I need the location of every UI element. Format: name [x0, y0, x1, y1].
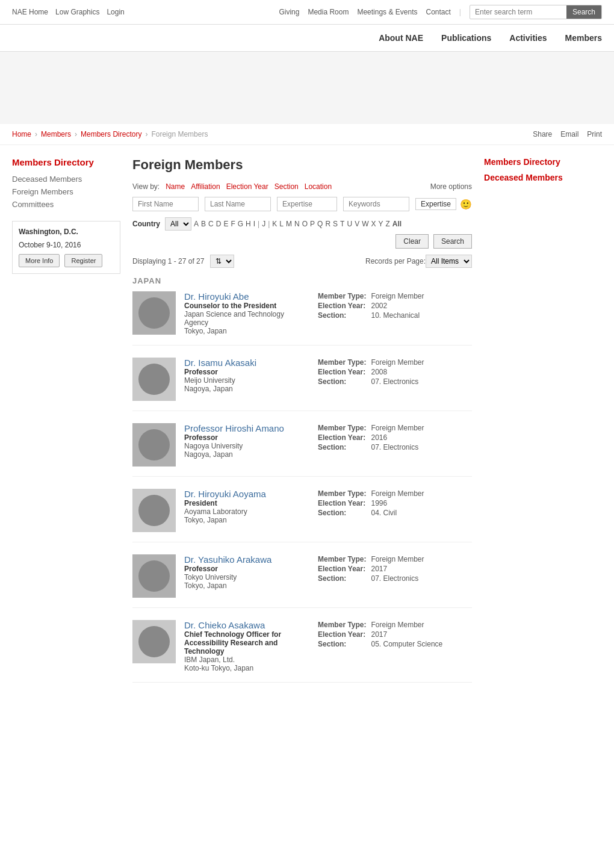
- member-info: Dr. Isamu AkasakiProfessorMeijo Universi…: [184, 358, 307, 401]
- alpha-r[interactable]: R: [325, 220, 330, 228]
- giving-link[interactable]: Giving: [279, 8, 299, 16]
- login-link[interactable]: Login: [107, 8, 124, 16]
- viewby-election-year[interactable]: Election Year: [226, 182, 268, 191]
- media-room-link[interactable]: Media Room: [308, 8, 349, 16]
- member-org: Tokyo University: [184, 573, 307, 581]
- page-select[interactable]: ⇅: [210, 255, 234, 268]
- alpha-u[interactable]: U: [347, 220, 352, 228]
- country-group: JAPAN Dr. Hiroyuki AbeCounselor to the P…: [132, 276, 472, 683]
- clear-button[interactable]: Clear: [395, 234, 429, 249]
- breadcrumb-home[interactable]: Home: [12, 130, 31, 138]
- search-button[interactable]: Search: [566, 5, 601, 19]
- member-title: President: [184, 499, 307, 507]
- alpha-f[interactable]: F: [231, 220, 235, 228]
- alpha-l[interactable]: L: [279, 220, 284, 228]
- alpha-i[interactable]: I: [253, 220, 255, 228]
- breadcrumb-members-directory[interactable]: Members Directory: [81, 130, 141, 138]
- member-org: Nagoya University: [184, 442, 307, 450]
- search-input[interactable]: [470, 6, 566, 18]
- member-name-link[interactable]: Dr. Isamu Akasaki: [184, 358, 256, 368]
- filter-row: Expertise 🙂: [132, 197, 472, 211]
- alpha-h[interactable]: H: [246, 220, 251, 228]
- alpha-n[interactable]: N: [294, 220, 300, 228]
- member-name-link[interactable]: Dr. Hiroyuki Abe: [184, 291, 249, 302]
- print-link[interactable]: Print: [587, 130, 602, 138]
- sidebar-committees[interactable]: Committees: [12, 200, 120, 209]
- member-name-link[interactable]: Dr. Yasuhiko Arakawa: [184, 554, 271, 565]
- member-title: Chief Technology Officer for Accessibili…: [184, 630, 307, 656]
- alpha-d[interactable]: D: [216, 220, 222, 228]
- alpha-s[interactable]: S: [333, 220, 338, 228]
- viewby-section[interactable]: Section: [274, 182, 299, 191]
- right-sidebar-subtitle: Deceased Members: [484, 173, 604, 182]
- alpha-x[interactable]: X: [371, 220, 376, 228]
- member-org: Aoyama Laboratory: [184, 507, 307, 516]
- hero-image: [0, 52, 614, 124]
- share-link[interactable]: Share: [533, 130, 552, 138]
- breadcrumb: Home › Members › Members Directory › For…: [0, 124, 614, 145]
- member-info: Professor Hiroshi AmanoProfessorNagoya U…: [184, 423, 307, 467]
- more-info-button[interactable]: More Info: [19, 254, 60, 267]
- low-graphics-link[interactable]: Low Graphics: [55, 8, 99, 16]
- alpha-y[interactable]: Y: [378, 220, 383, 228]
- last-name-input[interactable]: [205, 197, 271, 211]
- sidebar-foreign-members[interactable]: Foreign Members: [12, 187, 120, 196]
- alpha-q[interactable]: Q: [317, 220, 323, 228]
- member-name-link[interactable]: Dr. Chieko Asakawa: [184, 620, 265, 630]
- alpha-z[interactable]: Z: [386, 220, 390, 228]
- alpha-t[interactable]: T: [340, 220, 344, 228]
- meetings-events-link[interactable]: Meetings & Events: [357, 8, 417, 16]
- alpha-k[interactable]: K: [272, 220, 277, 228]
- alpha-v[interactable]: V: [355, 220, 359, 228]
- member-info: Dr. Hiroyuki AbeCounselor to the Preside…: [184, 291, 307, 335]
- member-card: Dr. Hiroyuki AbeCounselor to the Preside…: [132, 291, 472, 346]
- keywords-input[interactable]: [343, 197, 409, 211]
- viewby-location[interactable]: Location: [305, 182, 332, 191]
- country-select[interactable]: All: [165, 217, 191, 231]
- nae-home-link[interactable]: NAE Home: [12, 8, 48, 16]
- viewby-affiliation[interactable]: Affiliation: [191, 182, 220, 191]
- alpha-c[interactable]: C: [208, 220, 214, 228]
- right-sidebar: Members Directory Deceased Members: [472, 157, 604, 695]
- expertise-input[interactable]: [277, 197, 337, 211]
- nav-publications[interactable]: Publications: [441, 33, 491, 43]
- first-name-input[interactable]: [132, 197, 199, 211]
- member-photo: [132, 489, 176, 532]
- top-bar-left: NAE Home Low Graphics Login: [12, 8, 125, 16]
- member-info: Dr. Hiroyuki AoyamaPresidentAoyama Labor…: [184, 489, 307, 532]
- member-details: Member Type:Foreign Member Election Year…: [315, 620, 472, 672]
- register-button[interactable]: Register: [64, 254, 102, 267]
- member-location: Nagoya, Japan: [184, 385, 307, 393]
- member-name-link[interactable]: Dr. Hiroyuki Aoyama: [184, 489, 266, 499]
- search-members-button[interactable]: Search: [433, 234, 472, 249]
- search-box: Search: [470, 5, 602, 19]
- viewby-name[interactable]: Name: [166, 182, 185, 191]
- breadcrumb-members[interactable]: Members: [41, 130, 71, 138]
- member-info: Dr. Chieko AsakawaChief Technology Offic…: [184, 620, 307, 672]
- alpha-m[interactable]: M: [286, 220, 292, 228]
- sidebar-deceased-members[interactable]: Deceased Members: [12, 175, 120, 184]
- member-name-link[interactable]: Professor Hiroshi Amano: [184, 423, 284, 433]
- nav-members[interactable]: Members: [565, 33, 602, 43]
- alpha-j[interactable]: J: [262, 220, 265, 228]
- alpha-a[interactable]: A: [194, 220, 199, 228]
- main-nav: About NAE Publications Activities Member…: [0, 25, 614, 52]
- country-label: Country: [132, 220, 160, 228]
- viewby-bar: View by: Name Affiliation Election Year …: [132, 182, 472, 191]
- contact-link[interactable]: Contact: [426, 8, 450, 16]
- records-per-page-select[interactable]: All Items: [426, 255, 472, 268]
- email-link[interactable]: Email: [560, 130, 578, 138]
- alpha-o[interactable]: O: [302, 220, 308, 228]
- member-title: Professor: [184, 433, 307, 442]
- nav-about-nae[interactable]: About NAE: [379, 33, 423, 43]
- nav-activities[interactable]: Activities: [509, 33, 547, 43]
- tag-remove-icon[interactable]: 🙂: [460, 199, 472, 210]
- alpha-all[interactable]: All: [392, 220, 402, 228]
- alpha-w[interactable]: W: [362, 220, 368, 228]
- member-details: Member Type:Foreign Member Election Year…: [315, 358, 472, 401]
- alpha-e[interactable]: E: [223, 220, 228, 228]
- breadcrumb-current: Foreign Members: [151, 130, 208, 138]
- alpha-b[interactable]: B: [201, 220, 206, 228]
- alpha-p[interactable]: P: [310, 220, 315, 228]
- alpha-g[interactable]: G: [238, 220, 243, 228]
